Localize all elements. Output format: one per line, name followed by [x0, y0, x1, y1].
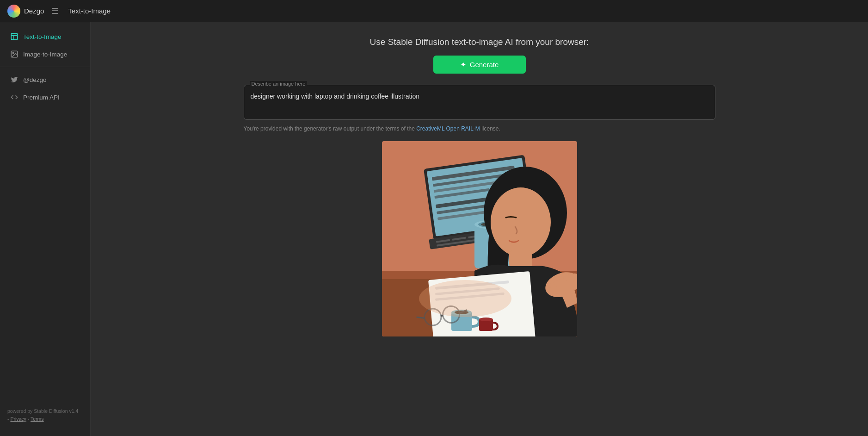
svg-point-40 [479, 318, 493, 321]
app-name: Dezgo [24, 7, 44, 15]
generate-button[interactable]: ✦ Generate [433, 56, 526, 74]
license-prefix: You're provided with the generator's raw… [244, 125, 417, 132]
twitter-icon [10, 75, 18, 84]
logo-icon [7, 5, 20, 18]
prompt-wrapper: Describe an image here [244, 85, 715, 120]
svg-rect-0 [11, 33, 18, 40]
sidebar-bottom: powered by Stable Diffusion v1.4 - Priva… [0, 400, 90, 430]
topbar: Dezgo ☰ Text-to-Image [0, 0, 868, 22]
prompt-label: Describe an image here [250, 81, 308, 87]
svg-point-2 [12, 52, 13, 53]
prompt-input[interactable] [244, 85, 715, 118]
generated-image [382, 141, 577, 336]
sidebar-label-text-to-image: Text-to-Image [23, 33, 62, 40]
sidebar-divider [0, 67, 90, 67]
image-to-image-icon [10, 50, 18, 58]
sidebar: Text-to-Image Image-to-Image @dezgo [0, 22, 91, 436]
sidebar-label-api: Premium API [23, 94, 60, 101]
generated-image-svg [382, 141, 577, 336]
sidebar-item-api[interactable]: Premium API [3, 89, 87, 106]
svg-line-43 [441, 316, 443, 316]
svg-rect-29 [509, 250, 532, 268]
terms-link[interactable]: Terms [31, 416, 44, 422]
generate-icon: ✦ [460, 60, 466, 69]
sidebar-label-image-to-image: Image-to-Image [23, 51, 67, 58]
code-icon [10, 93, 18, 101]
main-heading: Use Stable Diffusion text-to-image AI fr… [370, 37, 589, 47]
privacy-link[interactable]: Privacy [10, 416, 26, 422]
powered-by-text: powered by Stable Diffusion v1.4 [7, 408, 78, 414]
menu-icon[interactable]: ☰ [51, 6, 59, 16]
sidebar-label-twitter: @dezgo [23, 76, 47, 83]
sidebar-item-twitter[interactable]: @dezgo [3, 71, 87, 88]
app-logo[interactable]: Dezgo [7, 5, 44, 18]
sidebar-footer: powered by Stable Diffusion v1.4 - Priva… [0, 404, 90, 427]
sidebar-item-image-to-image[interactable]: Image-to-Image [3, 46, 87, 62]
license-text: You're provided with the generator's raw… [244, 125, 715, 132]
layout: Text-to-Image Image-to-Image @dezgo [0, 22, 868, 436]
main-content: Use Stable Diffusion text-to-image AI fr… [91, 22, 868, 436]
license-suffix: license. [480, 125, 500, 132]
page-title: Text-to-Image [68, 7, 111, 15]
svg-point-46 [419, 280, 511, 317]
svg-point-28 [491, 187, 551, 257]
text-to-image-icon [10, 32, 18, 41]
sidebar-item-text-to-image[interactable]: Text-to-Image [3, 28, 87, 45]
generate-button-label: Generate [470, 61, 499, 69]
license-link[interactable]: CreativeML Open RAIL-M [416, 125, 480, 132]
